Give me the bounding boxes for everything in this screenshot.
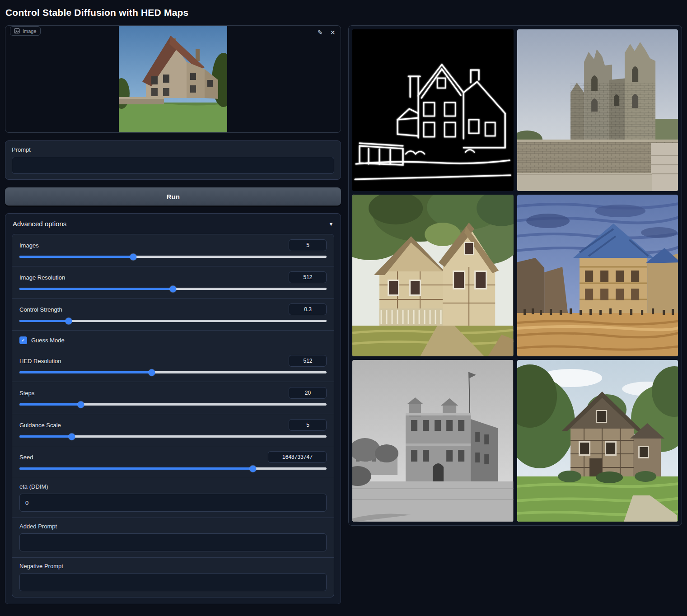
hed-resolution-label: HED Resolution (19, 358, 61, 364)
control-strength-value-input[interactable] (289, 303, 327, 315)
eta-label: eta (DDIM) (19, 483, 327, 490)
slider-row-image-resolution: Image Resolution (12, 266, 334, 299)
control-strength-slider-handle[interactable] (65, 317, 72, 324)
advanced-options-form: Images Image Resolution (12, 234, 334, 597)
steps-label: Steps (19, 390, 34, 397)
seed-label: Seed (19, 454, 33, 461)
slider-row-guidance-scale: Guidance Scale (12, 414, 334, 446)
images-value-input[interactable] (289, 239, 327, 251)
eta-row: eta (DDIM) (12, 478, 334, 518)
image-resolution-slider[interactable] (19, 288, 327, 290)
advanced-options: Advanced options ▼ Images (5, 213, 341, 604)
gallery-item-castle[interactable] (517, 29, 678, 191)
control-strength-label: Control Strength (19, 306, 62, 313)
seed-slider-handle[interactable] (250, 465, 257, 472)
pencil-icon: ✎ (318, 29, 323, 36)
page-title: Control Stable Diffusion with HED Maps (5, 7, 682, 18)
run-button[interactable]: Run (5, 187, 341, 205)
advanced-options-title: Advanced options (13, 220, 66, 228)
slider-row-hed-resolution: HED Resolution (12, 350, 334, 382)
negative-prompt-row: Negative Prompt (12, 558, 334, 597)
slider-row-control-strength: Control Strength (12, 299, 334, 331)
grayscale-building-image (352, 360, 513, 522)
eta-input[interactable] (19, 494, 327, 512)
steps-slider[interactable] (19, 403, 327, 406)
painted-house-image (352, 195, 513, 356)
app-root: Control Stable Diffusion with HED Maps I… (0, 0, 687, 610)
image-upload-label-badge: Image (10, 26, 41, 36)
slider-row-steps: Steps (12, 382, 334, 414)
hed-resolution-value-input[interactable] (289, 355, 327, 367)
images-slider[interactable] (19, 256, 327, 258)
main-layout: Image ✎ ✕ (5, 25, 682, 604)
edit-image-button[interactable]: ✎ (317, 28, 324, 37)
controls-column: Image ✎ ✕ (5, 25, 341, 604)
prompt-block: Prompt (5, 140, 341, 180)
image-upload-actions: ✎ ✕ (317, 28, 336, 37)
steps-value-input[interactable] (289, 387, 327, 399)
hed-resolution-slider[interactable] (19, 371, 327, 373)
slider-row-seed: Seed (12, 446, 334, 478)
timber-house-image (517, 360, 678, 522)
prompt-input[interactable] (12, 157, 334, 174)
guidance-scale-slider[interactable] (19, 435, 327, 438)
image-resolution-slider-handle[interactable] (170, 285, 177, 292)
slider-row-images: Images (12, 234, 334, 266)
impressionist-image (517, 195, 678, 356)
guidance-scale-value-input[interactable] (289, 419, 327, 431)
gallery-item-painted-house[interactable] (352, 195, 513, 356)
hed-map-image (352, 29, 513, 191)
control-strength-slider[interactable] (19, 320, 327, 322)
image-resolution-label: Image Resolution (19, 274, 65, 281)
guess-mode-label: Guess Mode (31, 337, 65, 344)
gallery-item-impressionist[interactable] (517, 195, 678, 356)
guidance-scale-label: Guidance Scale (19, 422, 61, 429)
close-icon: ✕ (330, 29, 336, 36)
negative-prompt-label: Negative Prompt (19, 563, 327, 569)
guess-mode-row: ✓ Guess Mode (12, 331, 334, 350)
negative-prompt-input[interactable] (19, 573, 327, 591)
image-upload-label: Image (23, 28, 37, 34)
gallery-item-timber-house[interactable] (517, 360, 678, 522)
seed-slider[interactable] (19, 467, 327, 470)
clear-image-button[interactable]: ✕ (329, 28, 336, 37)
images-slider-handle[interactable] (130, 253, 136, 260)
gallery-item-hed-map[interactable] (352, 29, 513, 191)
advanced-options-header[interactable]: Advanced options ▼ (5, 214, 341, 233)
seed-value-input[interactable] (268, 451, 327, 463)
guidance-scale-slider-handle[interactable] (68, 433, 75, 440)
image-resolution-value-input[interactable] (289, 271, 327, 283)
castle-image (517, 29, 678, 191)
output-gallery (348, 25, 682, 526)
chevron-down-icon: ▼ (329, 221, 334, 227)
image-upload[interactable]: Image ✎ ✕ (5, 25, 341, 133)
hed-resolution-slider-handle[interactable] (148, 369, 155, 376)
prompt-label: Prompt (12, 146, 334, 153)
image-icon (14, 28, 20, 34)
images-label: Images (19, 242, 39, 249)
checkmark-icon: ✓ (21, 338, 25, 343)
added-prompt-input[interactable] (19, 533, 327, 551)
uploaded-house-photo (119, 26, 227, 132)
added-prompt-row: Added Prompt (12, 518, 334, 558)
gallery-item-grayscale-building[interactable] (352, 360, 513, 522)
guess-mode-checkbox[interactable]: ✓ (19, 336, 27, 344)
steps-slider-handle[interactable] (78, 401, 84, 408)
added-prompt-label: Added Prompt (19, 523, 327, 530)
